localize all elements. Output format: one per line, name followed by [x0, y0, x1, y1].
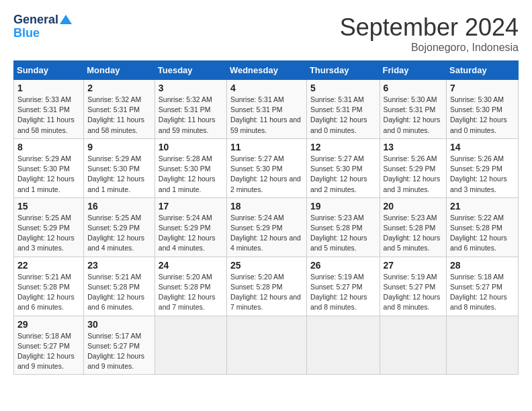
day-number: 12 [310, 142, 376, 152]
calendar-cell: 18 Sunrise: 5:24 AM Sunset: 5:29 PM Dayl… [226, 197, 306, 257]
calendar-cell: 11 Sunrise: 5:27 AM Sunset: 5:30 PM Dayl… [226, 138, 306, 197]
calendar-cell [380, 316, 446, 375]
day-info: Sunrise: 5:29 AM Sunset: 5:30 PM Dayligh… [87, 154, 144, 193]
logo: General Blue [13, 13, 72, 40]
day-number: 21 [450, 201, 515, 212]
day-info: Sunrise: 5:23 AM Sunset: 5:28 PM Dayligh… [384, 214, 441, 253]
calendar-cell: 23 Sunrise: 5:21 AM Sunset: 5:28 PM Dayl… [84, 257, 155, 316]
calendar-cell: 13 Sunrise: 5:26 AM Sunset: 5:29 PM Dayl… [380, 138, 446, 197]
calendar-cell: 17 Sunrise: 5:24 AM Sunset: 5:29 PM Dayl… [154, 197, 226, 257]
calendar-cell: 30 Sunrise: 5:17 AM Sunset: 5:27 PM Dayl… [84, 316, 155, 375]
day-number: 1 [17, 83, 80, 93]
header-monday: Monday [84, 61, 155, 80]
calendar-cell: 4 Sunrise: 5:31 AM Sunset: 5:31 PM Dayli… [226, 80, 306, 139]
subtitle: Bojonegoro, Indonesia [340, 42, 519, 54]
header-tuesday: Tuesday [154, 61, 226, 80]
day-info: Sunrise: 5:26 AM Sunset: 5:29 PM Dayligh… [450, 154, 507, 193]
day-number: 24 [159, 260, 223, 271]
logo-blue-text: Blue [13, 27, 72, 40]
calendar-cell: 14 Sunrise: 5:26 AM Sunset: 5:29 PM Dayl… [447, 138, 519, 197]
day-info: Sunrise: 5:32 AM Sunset: 5:31 PM Dayligh… [87, 95, 144, 134]
calendar-cell [306, 316, 380, 375]
day-number: 5 [310, 83, 376, 93]
day-number: 25 [230, 260, 303, 271]
day-number: 15 [17, 201, 80, 212]
day-info: Sunrise: 5:32 AM Sunset: 5:31 PM Dayligh… [159, 95, 216, 134]
day-number: 3 [159, 83, 223, 93]
calendar-cell: 6 Sunrise: 5:30 AM Sunset: 5:31 PM Dayli… [380, 80, 446, 139]
calendar-cell: 22 Sunrise: 5:21 AM Sunset: 5:28 PM Dayl… [14, 257, 84, 316]
day-info: Sunrise: 5:24 AM Sunset: 5:29 PM Dayligh… [230, 214, 301, 253]
calendar-cell: 3 Sunrise: 5:32 AM Sunset: 5:31 PM Dayli… [154, 80, 226, 139]
day-info: Sunrise: 5:24 AM Sunset: 5:29 PM Dayligh… [159, 214, 216, 253]
day-info: Sunrise: 5:27 AM Sunset: 5:30 PM Dayligh… [230, 154, 301, 193]
day-info: Sunrise: 5:22 AM Sunset: 5:28 PM Dayligh… [450, 214, 507, 253]
day-number: 4 [230, 83, 303, 93]
day-number: 30 [87, 319, 151, 330]
calendar-cell: 2 Sunrise: 5:32 AM Sunset: 5:31 PM Dayli… [84, 80, 155, 139]
day-info: Sunrise: 5:25 AM Sunset: 5:29 PM Dayligh… [17, 214, 75, 253]
day-number: 28 [450, 260, 515, 271]
day-info: Sunrise: 5:30 AM Sunset: 5:30 PM Dayligh… [450, 95, 507, 134]
day-info: Sunrise: 5:21 AM Sunset: 5:28 PM Dayligh… [87, 273, 144, 312]
header-friday: Friday [380, 61, 446, 80]
day-info: Sunrise: 5:21 AM Sunset: 5:28 PM Dayligh… [17, 273, 75, 312]
day-number: 29 [17, 319, 80, 330]
title-section: September 2024 Bojonegoro, Indonesia [340, 13, 519, 54]
calendar-cell: 1 Sunrise: 5:33 AM Sunset: 5:31 PM Dayli… [14, 80, 84, 139]
day-number: 11 [230, 142, 303, 152]
day-info: Sunrise: 5:20 AM Sunset: 5:28 PM Dayligh… [230, 273, 301, 312]
day-info: Sunrise: 5:33 AM Sunset: 5:31 PM Dayligh… [17, 95, 75, 134]
logo-triangle-icon [60, 13, 72, 26]
day-number: 7 [450, 83, 515, 93]
calendar-cell: 8 Sunrise: 5:29 AM Sunset: 5:30 PM Dayli… [14, 138, 84, 197]
day-number: 9 [87, 142, 151, 152]
day-info: Sunrise: 5:17 AM Sunset: 5:27 PM Dayligh… [87, 332, 144, 371]
svg-marker-0 [60, 15, 72, 24]
day-info: Sunrise: 5:31 AM Sunset: 5:31 PM Dayligh… [310, 95, 367, 134]
day-info: Sunrise: 5:30 AM Sunset: 5:31 PM Dayligh… [384, 95, 441, 134]
day-info: Sunrise: 5:18 AM Sunset: 5:27 PM Dayligh… [17, 332, 75, 371]
header-thursday: Thursday [306, 61, 380, 80]
calendar-cell: 5 Sunrise: 5:31 AM Sunset: 5:31 PM Dayli… [306, 80, 380, 139]
calendar-cell [447, 316, 519, 375]
day-info: Sunrise: 5:19 AM Sunset: 5:27 PM Dayligh… [384, 273, 441, 312]
calendar-cell: 12 Sunrise: 5:27 AM Sunset: 5:30 PM Dayl… [306, 138, 380, 197]
header-wednesday: Wednesday [226, 61, 306, 80]
logo-general: General [13, 13, 72, 27]
day-info: Sunrise: 5:28 AM Sunset: 5:30 PM Dayligh… [159, 154, 216, 193]
calendar-cell: 26 Sunrise: 5:19 AM Sunset: 5:27 PM Dayl… [306, 257, 380, 316]
day-info: Sunrise: 5:26 AM Sunset: 5:29 PM Dayligh… [384, 154, 441, 193]
calendar-week-1: 1 Sunrise: 5:33 AM Sunset: 5:31 PM Dayli… [14, 80, 519, 139]
day-number: 2 [87, 83, 151, 93]
header-saturday: Saturday [447, 61, 519, 80]
header-sunday: Sunday [14, 61, 84, 80]
calendar-cell [226, 316, 306, 375]
page-header: General Blue September 2024 Bojonegoro, … [13, 13, 519, 54]
calendar-cell: 21 Sunrise: 5:22 AM Sunset: 5:28 PM Dayl… [447, 197, 519, 257]
calendar-cell: 15 Sunrise: 5:25 AM Sunset: 5:29 PM Dayl… [14, 197, 84, 257]
day-info: Sunrise: 5:20 AM Sunset: 5:28 PM Dayligh… [159, 273, 216, 312]
calendar-week-5: 29 Sunrise: 5:18 AM Sunset: 5:27 PM Dayl… [14, 316, 519, 375]
day-number: 13 [384, 142, 443, 152]
day-info: Sunrise: 5:23 AM Sunset: 5:28 PM Dayligh… [310, 214, 367, 253]
calendar-cell: 7 Sunrise: 5:30 AM Sunset: 5:30 PM Dayli… [447, 80, 519, 139]
day-number: 27 [384, 260, 443, 271]
day-info: Sunrise: 5:25 AM Sunset: 5:29 PM Dayligh… [87, 214, 144, 253]
day-number: 26 [310, 260, 376, 271]
calendar-cell: 19 Sunrise: 5:23 AM Sunset: 5:28 PM Dayl… [306, 197, 380, 257]
calendar-cell: 29 Sunrise: 5:18 AM Sunset: 5:27 PM Dayl… [14, 316, 84, 375]
day-info: Sunrise: 5:31 AM Sunset: 5:31 PM Dayligh… [230, 95, 301, 134]
main-title: September 2024 [340, 13, 519, 42]
logo-general-text: General [13, 13, 58, 27]
day-info: Sunrise: 5:27 AM Sunset: 5:30 PM Dayligh… [310, 154, 367, 193]
day-number: 14 [450, 142, 515, 152]
day-number: 20 [384, 201, 443, 212]
day-number: 22 [17, 260, 80, 271]
calendar-header-row: SundayMondayTuesdayWednesdayThursdayFrid… [14, 61, 519, 80]
day-number: 16 [87, 201, 151, 212]
calendar-week-3: 15 Sunrise: 5:25 AM Sunset: 5:29 PM Dayl… [14, 197, 519, 257]
day-number: 19 [310, 201, 376, 212]
calendar-week-2: 8 Sunrise: 5:29 AM Sunset: 5:30 PM Dayli… [14, 138, 519, 197]
calendar-cell [154, 316, 226, 375]
